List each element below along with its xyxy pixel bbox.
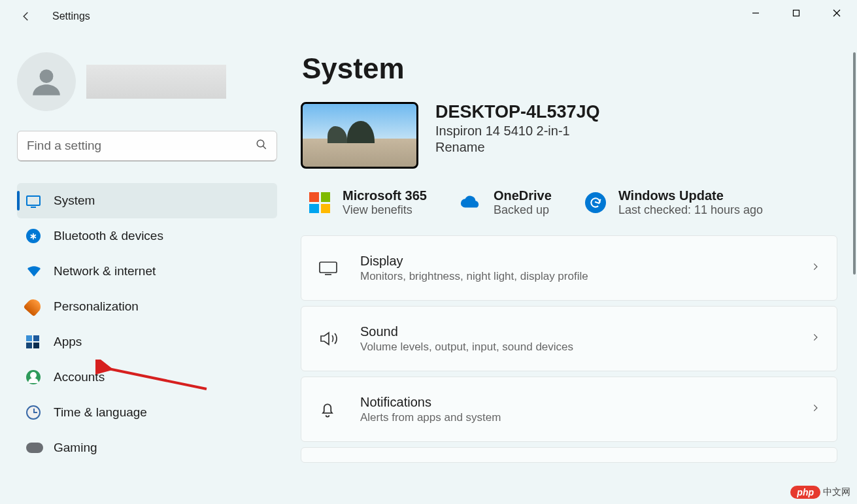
- user-name-redacted: [86, 65, 226, 99]
- status-onedrive[interactable]: OneDrive Backed up: [460, 188, 552, 217]
- windows-update-icon: [584, 192, 607, 214]
- watermark-badge: php: [790, 486, 820, 499]
- status-title: OneDrive: [494, 188, 552, 203]
- nav-item-apps[interactable]: Apps: [17, 324, 277, 360]
- nav-item-network[interactable]: Network & internet: [17, 254, 277, 289]
- gaming-icon: [26, 443, 54, 453]
- minimize-button[interactable]: [735, 0, 776, 26]
- nav-list: System ∗ Bluetooth & devices Network & i…: [17, 183, 277, 465]
- svg-point-4: [40, 69, 54, 83]
- device-name: DESKTOP-4L537JQ: [435, 102, 600, 122]
- card-next-stub[interactable]: [301, 447, 837, 463]
- nav-label: Bluetooth & devices: [54, 229, 163, 243]
- card-notifications[interactable]: Notifications Alerts from apps and syste…: [301, 377, 837, 442]
- svg-line-6: [263, 146, 266, 149]
- card-sound[interactable]: Sound Volume levels, output, input, soun…: [301, 306, 837, 371]
- close-button[interactable]: [816, 0, 857, 26]
- notifications-icon: [318, 400, 360, 418]
- apps-icon: [26, 335, 54, 348]
- nav-label: Personalization: [54, 299, 139, 314]
- wifi-icon: [26, 263, 54, 279]
- window-title: Settings: [52, 10, 90, 22]
- nav-item-bluetooth[interactable]: ∗ Bluetooth & devices: [17, 218, 277, 254]
- device-info-row: DESKTOP-4L537JQ Inspiron 14 5410 2-in-1 …: [301, 102, 837, 169]
- status-subtitle: View benefits: [343, 203, 427, 217]
- sound-icon: [318, 330, 360, 347]
- card-subtitle: Monitors, brightness, night light, displ…: [360, 270, 811, 283]
- onedrive-icon: [460, 192, 482, 214]
- card-title: Sound: [360, 324, 811, 339]
- nav-item-accounts[interactable]: Accounts: [17, 360, 277, 395]
- chevron-right-icon: [811, 260, 820, 276]
- back-button[interactable]: [13, 3, 39, 29]
- search-icon: [256, 139, 267, 153]
- window-controls: [735, 0, 857, 26]
- search-input[interactable]: [27, 139, 256, 153]
- device-model: Inspiron 14 5410 2-in-1: [435, 124, 600, 139]
- chevron-right-icon: [811, 401, 820, 417]
- nav-label: Time & language: [54, 405, 147, 420]
- status-subtitle: Last checked: 11 hours ago: [618, 203, 763, 217]
- svg-rect-7: [320, 262, 337, 273]
- status-row: Microsoft 365 View benefits OneDrive Bac…: [301, 188, 837, 217]
- search-box[interactable]: [17, 131, 277, 161]
- nav-label: Network & internet: [54, 264, 156, 278]
- titlebar: Settings: [0, 0, 857, 33]
- personalization-icon: [26, 299, 54, 314]
- status-microsoft365[interactable]: Microsoft 365 View benefits: [309, 188, 427, 217]
- svg-point-5: [257, 140, 264, 147]
- nav-label: Apps: [54, 335, 82, 349]
- nav-label: System: [54, 193, 95, 208]
- display-icon: [318, 260, 360, 276]
- status-windows-update[interactable]: Windows Update Last checked: 11 hours ag…: [584, 188, 763, 217]
- rename-link[interactable]: Rename: [435, 140, 600, 155]
- status-title: Windows Update: [618, 188, 763, 203]
- watermark-text: 中文网: [823, 486, 850, 498]
- device-wallpaper-thumb: [301, 102, 418, 169]
- card-display[interactable]: Display Monitors, brightness, night ligh…: [301, 235, 837, 301]
- nav-item-system[interactable]: System: [17, 183, 277, 218]
- nav-item-personalization[interactable]: Personalization: [17, 289, 277, 324]
- nav-item-time-language[interactable]: Time & language: [17, 395, 277, 430]
- page-title: System: [302, 52, 837, 85]
- status-subtitle: Backed up: [494, 203, 552, 217]
- nav-label: Gaming: [54, 441, 97, 455]
- card-subtitle: Alerts from apps and system: [360, 411, 811, 424]
- settings-card-list: Display Monitors, brightness, night ligh…: [301, 235, 837, 463]
- card-subtitle: Volume levels, output, input, sound devi…: [360, 341, 811, 354]
- clock-icon: [26, 405, 54, 420]
- system-icon: [26, 195, 54, 206]
- card-title: Notifications: [360, 395, 811, 410]
- svg-rect-1: [794, 10, 799, 16]
- main-content: System DESKTOP-4L537JQ Inspiron 14 5410 …: [294, 33, 857, 504]
- bluetooth-icon: ∗: [26, 229, 54, 243]
- nav-label: Accounts: [54, 370, 105, 384]
- card-title: Display: [360, 254, 811, 269]
- watermark: php 中文网: [790, 486, 850, 499]
- status-title: Microsoft 365: [343, 188, 427, 203]
- vertical-scrollbar[interactable]: [853, 52, 856, 275]
- user-account-header[interactable]: [17, 52, 277, 111]
- maximize-button[interactable]: [776, 0, 816, 26]
- sidebar: System ∗ Bluetooth & devices Network & i…: [0, 33, 294, 504]
- nav-item-gaming[interactable]: Gaming: [17, 430, 277, 465]
- avatar: [17, 52, 76, 111]
- accounts-icon: [26, 370, 54, 384]
- chevron-right-icon: [811, 331, 820, 346]
- microsoft365-icon: [309, 192, 331, 214]
